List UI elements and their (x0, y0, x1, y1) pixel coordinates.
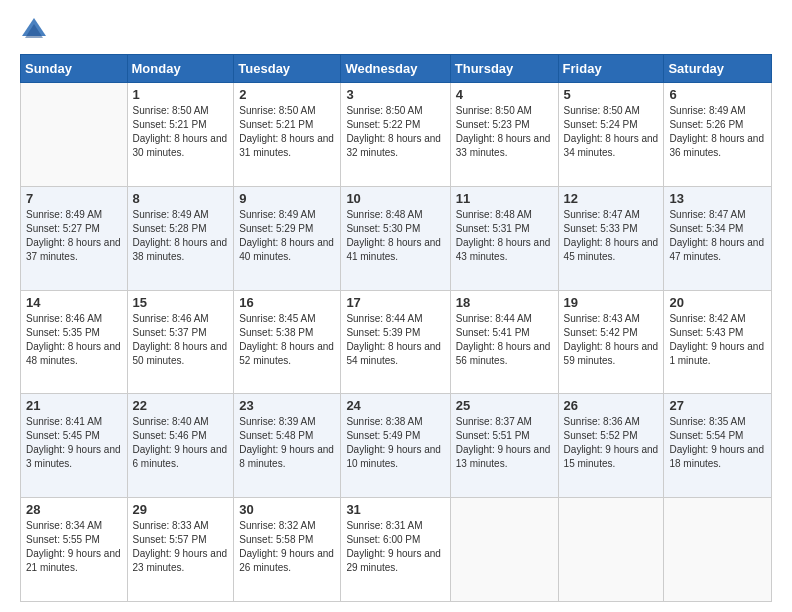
day-number: 6 (669, 87, 766, 102)
calendar-cell: 16Sunrise: 8:45 AMSunset: 5:38 PMDayligh… (234, 290, 341, 394)
calendar-cell: 18Sunrise: 8:44 AMSunset: 5:41 PMDayligh… (450, 290, 558, 394)
day-info: Sunrise: 8:47 AMSunset: 5:33 PMDaylight:… (564, 208, 659, 264)
day-info: Sunrise: 8:31 AMSunset: 6:00 PMDaylight:… (346, 519, 444, 575)
page: SundayMondayTuesdayWednesdayThursdayFrid… (0, 0, 792, 612)
day-number: 23 (239, 398, 335, 413)
calendar-cell: 28Sunrise: 8:34 AMSunset: 5:55 PMDayligh… (21, 498, 128, 602)
weekday-header-tuesday: Tuesday (234, 55, 341, 83)
calendar-cell: 23Sunrise: 8:39 AMSunset: 5:48 PMDayligh… (234, 394, 341, 498)
day-number: 25 (456, 398, 553, 413)
day-number: 22 (133, 398, 229, 413)
calendar-cell (664, 498, 772, 602)
day-number: 13 (669, 191, 766, 206)
calendar-cell (21, 83, 128, 187)
calendar-cell: 12Sunrise: 8:47 AMSunset: 5:33 PMDayligh… (558, 186, 664, 290)
calendar-cell: 25Sunrise: 8:37 AMSunset: 5:51 PMDayligh… (450, 394, 558, 498)
day-number: 16 (239, 295, 335, 310)
week-row-3: 14Sunrise: 8:46 AMSunset: 5:35 PMDayligh… (21, 290, 772, 394)
day-number: 26 (564, 398, 659, 413)
calendar-cell: 5Sunrise: 8:50 AMSunset: 5:24 PMDaylight… (558, 83, 664, 187)
day-info: Sunrise: 8:45 AMSunset: 5:38 PMDaylight:… (239, 312, 335, 368)
day-number: 20 (669, 295, 766, 310)
day-info: Sunrise: 8:35 AMSunset: 5:54 PMDaylight:… (669, 415, 766, 471)
day-number: 9 (239, 191, 335, 206)
day-number: 30 (239, 502, 335, 517)
day-number: 7 (26, 191, 122, 206)
calendar-cell: 15Sunrise: 8:46 AMSunset: 5:37 PMDayligh… (127, 290, 234, 394)
calendar-cell: 20Sunrise: 8:42 AMSunset: 5:43 PMDayligh… (664, 290, 772, 394)
day-number: 2 (239, 87, 335, 102)
day-info: Sunrise: 8:41 AMSunset: 5:45 PMDaylight:… (26, 415, 122, 471)
day-info: Sunrise: 8:48 AMSunset: 5:31 PMDaylight:… (456, 208, 553, 264)
day-info: Sunrise: 8:33 AMSunset: 5:57 PMDaylight:… (133, 519, 229, 575)
day-number: 31 (346, 502, 444, 517)
week-row-2: 7Sunrise: 8:49 AMSunset: 5:27 PMDaylight… (21, 186, 772, 290)
calendar-cell: 10Sunrise: 8:48 AMSunset: 5:30 PMDayligh… (341, 186, 450, 290)
day-number: 28 (26, 502, 122, 517)
weekday-header-sunday: Sunday (21, 55, 128, 83)
calendar-cell: 11Sunrise: 8:48 AMSunset: 5:31 PMDayligh… (450, 186, 558, 290)
day-number: 24 (346, 398, 444, 413)
day-number: 18 (456, 295, 553, 310)
calendar-cell: 17Sunrise: 8:44 AMSunset: 5:39 PMDayligh… (341, 290, 450, 394)
day-info: Sunrise: 8:37 AMSunset: 5:51 PMDaylight:… (456, 415, 553, 471)
weekday-header-saturday: Saturday (664, 55, 772, 83)
calendar-cell: 8Sunrise: 8:49 AMSunset: 5:28 PMDaylight… (127, 186, 234, 290)
day-info: Sunrise: 8:48 AMSunset: 5:30 PMDaylight:… (346, 208, 444, 264)
day-info: Sunrise: 8:34 AMSunset: 5:55 PMDaylight:… (26, 519, 122, 575)
calendar-cell: 31Sunrise: 8:31 AMSunset: 6:00 PMDayligh… (341, 498, 450, 602)
week-row-1: 1Sunrise: 8:50 AMSunset: 5:21 PMDaylight… (21, 83, 772, 187)
day-number: 11 (456, 191, 553, 206)
calendar-cell: 14Sunrise: 8:46 AMSunset: 5:35 PMDayligh… (21, 290, 128, 394)
calendar-cell: 4Sunrise: 8:50 AMSunset: 5:23 PMDaylight… (450, 83, 558, 187)
day-number: 15 (133, 295, 229, 310)
weekday-header-thursday: Thursday (450, 55, 558, 83)
calendar-cell: 13Sunrise: 8:47 AMSunset: 5:34 PMDayligh… (664, 186, 772, 290)
day-number: 3 (346, 87, 444, 102)
day-info: Sunrise: 8:46 AMSunset: 5:35 PMDaylight:… (26, 312, 122, 368)
day-info: Sunrise: 8:50 AMSunset: 5:23 PMDaylight:… (456, 104, 553, 160)
day-number: 21 (26, 398, 122, 413)
calendar-cell: 27Sunrise: 8:35 AMSunset: 5:54 PMDayligh… (664, 394, 772, 498)
day-info: Sunrise: 8:44 AMSunset: 5:41 PMDaylight:… (456, 312, 553, 368)
day-info: Sunrise: 8:46 AMSunset: 5:37 PMDaylight:… (133, 312, 229, 368)
day-info: Sunrise: 8:47 AMSunset: 5:34 PMDaylight:… (669, 208, 766, 264)
day-info: Sunrise: 8:50 AMSunset: 5:24 PMDaylight:… (564, 104, 659, 160)
day-number: 12 (564, 191, 659, 206)
day-number: 27 (669, 398, 766, 413)
calendar-cell: 2Sunrise: 8:50 AMSunset: 5:21 PMDaylight… (234, 83, 341, 187)
day-number: 14 (26, 295, 122, 310)
logo (20, 16, 52, 44)
day-info: Sunrise: 8:49 AMSunset: 5:29 PMDaylight:… (239, 208, 335, 264)
day-info: Sunrise: 8:38 AMSunset: 5:49 PMDaylight:… (346, 415, 444, 471)
calendar-cell: 24Sunrise: 8:38 AMSunset: 5:49 PMDayligh… (341, 394, 450, 498)
week-row-5: 28Sunrise: 8:34 AMSunset: 5:55 PMDayligh… (21, 498, 772, 602)
day-number: 8 (133, 191, 229, 206)
header (20, 16, 772, 44)
week-row-4: 21Sunrise: 8:41 AMSunset: 5:45 PMDayligh… (21, 394, 772, 498)
calendar-cell: 6Sunrise: 8:49 AMSunset: 5:26 PMDaylight… (664, 83, 772, 187)
calendar-cell: 29Sunrise: 8:33 AMSunset: 5:57 PMDayligh… (127, 498, 234, 602)
day-info: Sunrise: 8:32 AMSunset: 5:58 PMDaylight:… (239, 519, 335, 575)
calendar-cell: 22Sunrise: 8:40 AMSunset: 5:46 PMDayligh… (127, 394, 234, 498)
day-number: 10 (346, 191, 444, 206)
day-number: 29 (133, 502, 229, 517)
day-info: Sunrise: 8:39 AMSunset: 5:48 PMDaylight:… (239, 415, 335, 471)
day-info: Sunrise: 8:49 AMSunset: 5:26 PMDaylight:… (669, 104, 766, 160)
calendar-cell: 26Sunrise: 8:36 AMSunset: 5:52 PMDayligh… (558, 394, 664, 498)
day-info: Sunrise: 8:49 AMSunset: 5:27 PMDaylight:… (26, 208, 122, 264)
day-number: 1 (133, 87, 229, 102)
calendar-cell: 7Sunrise: 8:49 AMSunset: 5:27 PMDaylight… (21, 186, 128, 290)
day-number: 19 (564, 295, 659, 310)
day-number: 17 (346, 295, 444, 310)
day-number: 5 (564, 87, 659, 102)
day-info: Sunrise: 8:42 AMSunset: 5:43 PMDaylight:… (669, 312, 766, 368)
weekday-header-row: SundayMondayTuesdayWednesdayThursdayFrid… (21, 55, 772, 83)
weekday-header-monday: Monday (127, 55, 234, 83)
calendar-cell (450, 498, 558, 602)
day-info: Sunrise: 8:36 AMSunset: 5:52 PMDaylight:… (564, 415, 659, 471)
logo-icon (20, 16, 48, 44)
weekday-header-friday: Friday (558, 55, 664, 83)
calendar-cell: 9Sunrise: 8:49 AMSunset: 5:29 PMDaylight… (234, 186, 341, 290)
day-info: Sunrise: 8:50 AMSunset: 5:21 PMDaylight:… (133, 104, 229, 160)
